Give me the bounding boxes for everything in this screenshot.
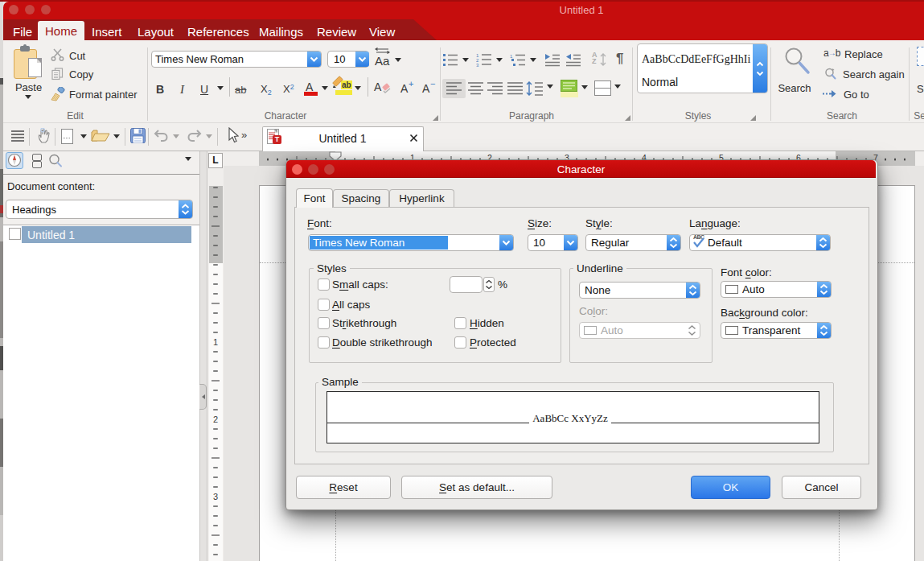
svg-text:3: 3	[476, 63, 479, 67]
svg-text:3: 3	[213, 492, 218, 501]
svg-text:2: 2	[213, 415, 218, 424]
svg-text:1: 1	[510, 54, 513, 59]
svg-text:1: 1	[213, 337, 218, 347]
